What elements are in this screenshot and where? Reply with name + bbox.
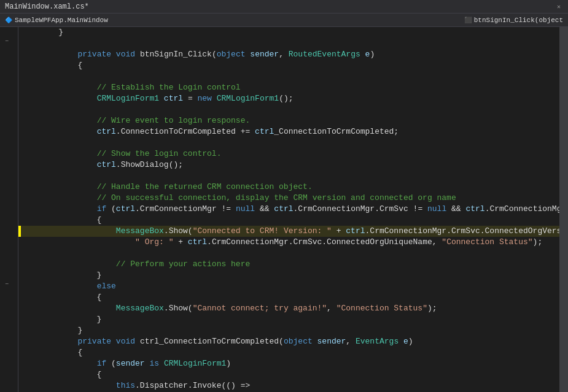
token (39, 304, 116, 313)
token: .ConnectionToCrmCompleted += (116, 127, 255, 136)
token: null (427, 204, 446, 213)
code-line: private void btnSignIn_Click(object send… (18, 49, 559, 60)
token: if (97, 204, 107, 213)
code-line: { (18, 369, 559, 380)
token: MessageBox (116, 304, 164, 313)
code-line: } (18, 27, 559, 38)
token: ctrl (465, 204, 484, 213)
token: this (116, 381, 135, 390)
code-line: { (18, 60, 559, 71)
code-lines: } private void btnSignIn_Click(object se… (18, 27, 559, 392)
token: is (149, 359, 159, 368)
line-content: ctrl.ShowDialog(); (37, 159, 559, 171)
line-content: } (37, 270, 559, 281)
code-line: ctrl.ConnectionToCrmCompleted += ctrl_Co… (18, 126, 559, 137)
token: sender (317, 337, 346, 346)
line-content: CRMLoginForm1 ctrl = new CRMLoginForm1()… (37, 93, 559, 104)
token: .CrmConnectionMgr.CrmSvc.ConnectedOrgUni… (207, 237, 442, 247)
token (313, 337, 317, 346)
token: { (39, 370, 101, 379)
token: ctrl (346, 226, 365, 236)
token: "Connection Status" (442, 237, 532, 247)
token (39, 193, 97, 202)
token (39, 127, 97, 136)
token (39, 83, 97, 92)
line-content: MessageBox.Show("Connected to CRM! Versi… (37, 226, 559, 237)
line-content: ctrl.ConnectionToCrmCompleted += ctrl_Co… (37, 126, 559, 137)
close-icon[interactable]: ✕ (554, 2, 563, 11)
token: // Show the login control. (97, 149, 222, 158)
token (212, 94, 217, 103)
token: (); (279, 94, 293, 103)
token: ) (408, 337, 413, 346)
token (39, 182, 97, 191)
token: ( (106, 359, 116, 368)
code-line: MessageBox.Show("Cannot connect; try aga… (18, 303, 559, 314)
collapse-icon-2[interactable]: − (5, 281, 9, 288)
token (39, 282, 97, 291)
code-line: // Wire event to login response. (18, 115, 559, 126)
code-line (18, 71, 559, 82)
token: , (346, 337, 356, 346)
line-content (37, 137, 559, 148)
code-area[interactable]: } private void btnSignIn_Click(object se… (18, 27, 559, 392)
line-content: } (37, 314, 559, 325)
code-line (18, 137, 559, 148)
token (39, 337, 77, 346)
title-bar: MainWindow.xaml.cs* ✕ (0, 0, 568, 13)
token (39, 94, 97, 103)
token: ctrl (188, 237, 207, 247)
collapse-icon-1[interactable]: − (5, 38, 9, 45)
token (399, 337, 403, 346)
token: ) (226, 359, 231, 368)
token: && (446, 204, 465, 213)
token: else (97, 282, 116, 291)
token: ); (427, 304, 437, 313)
token: .Dispatcher.Invoke(() => (135, 381, 250, 390)
token: "Connection Status" (337, 304, 427, 313)
line-content: { (37, 369, 559, 380)
token: .Show( (164, 304, 193, 313)
token: .ShowDialog(); (116, 160, 183, 169)
token (39, 259, 116, 269)
token: .CrmConnectionMgr.CrmSvc != (294, 204, 427, 213)
token: } (39, 271, 101, 280)
code-line: CRMLoginForm1 ctrl = new CRMLoginForm1()… (18, 93, 559, 104)
method-icon: ⬛ (464, 17, 472, 24)
nav-method-label[interactable]: btnSignIn_Click(object (474, 17, 563, 24)
title-bar-buttons: ✕ (554, 2, 563, 11)
editor-container: − − } private void btnSignIn_Click(objec… (0, 27, 568, 392)
token: { (39, 348, 82, 357)
token (111, 337, 116, 346)
code-line: " Org: " + ctrl.CrmConnectionMgr.CrmSvc.… (18, 237, 559, 248)
token (135, 50, 140, 59)
code-line (18, 171, 559, 182)
token: null (236, 204, 255, 213)
token: .CrmConnectionMgr.CrmSvc.ConnectedOrgVer… (365, 226, 559, 236)
token: ctrl (97, 160, 116, 169)
token: object (217, 50, 246, 59)
token: { (39, 215, 101, 225)
nav-class-label[interactable]: SampleWPFApp.MainWindow (15, 17, 108, 24)
token: private (77, 337, 111, 346)
tab-filename[interactable]: MainWindow.xaml.cs* (5, 2, 89, 11)
token (39, 149, 97, 158)
token: sender (116, 359, 145, 368)
line-content: else (37, 281, 559, 292)
token: { (39, 61, 82, 70)
token: ( (106, 204, 116, 213)
scrollbar[interactable] (559, 27, 568, 392)
code-line: // Show the login control. (18, 148, 559, 159)
token: .Show( (164, 226, 193, 236)
token: RoutedEventArgs (289, 50, 360, 59)
code-line: { (18, 215, 559, 226)
token: // Wire event to login response. (97, 116, 251, 125)
token (39, 160, 97, 169)
code-line: if (ctrl.CrmConnectionMgr != null && ctr… (18, 204, 559, 215)
line-content: { (37, 292, 559, 303)
token (39, 50, 77, 59)
code-line: else (18, 281, 559, 292)
token: .CrmConnectionMgr.CrmSvc.IsReady) (485, 204, 559, 213)
code-line (18, 248, 559, 259)
token: sender (250, 50, 279, 59)
